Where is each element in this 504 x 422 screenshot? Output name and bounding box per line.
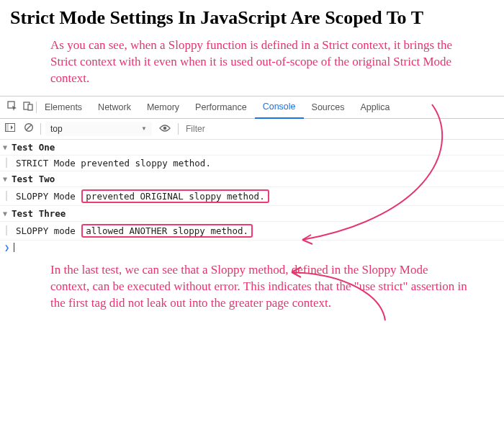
group-label: Test One [12,142,55,153]
indent-bar [6,191,7,201]
context-select[interactable]: top [45,122,152,136]
svg-point-7 [163,127,167,130]
svg-rect-4 [6,124,9,132]
caret-down-icon: ▼ [3,210,10,217]
annotation-bottom: In the last test, we can see that a Slop… [0,255,504,315]
divider [178,123,179,135]
console-log-line: SLOPPY Mode prevented ORIGINAL sloppy me… [0,187,504,206]
tab-sources[interactable]: Sources [304,96,353,118]
group-label: Test Three [12,208,66,219]
console-output: ▼ Test One STRICT Mode prevented sloppy … [0,140,504,255]
chevron-right-icon: ❯ [4,243,9,253]
tab-application[interactable]: Applica [352,96,397,118]
divider [40,123,41,135]
console-log-line: STRICT Mode prevented sloppy method. [0,156,504,171]
console-log-line: SLOPPY mode allowed ANOTHER sloppy metho… [0,222,504,241]
console-group-header[interactable]: ▼ Test One [0,140,504,156]
highlighted-text: allowed ANOTHER sloppy method. [81,224,253,238]
console-group-header[interactable]: ▼ Test Two [0,171,504,187]
tab-elements[interactable]: Elements [37,96,90,118]
devtools-panel: Elements Network Memory Performance Cons… [0,96,504,255]
tab-performance[interactable]: Performance [187,96,255,118]
svg-rect-2 [28,104,32,110]
tab-memory[interactable]: Memory [139,96,187,118]
highlighted-text: prevented ORIGINAL sloppy method. [81,189,269,203]
console-group-header[interactable]: ▼ Test Three [0,206,504,222]
live-expression-icon[interactable] [156,123,174,135]
sidebar-toggle-icon[interactable] [3,123,17,134]
indent-bar [6,225,7,235]
log-text: SLOPPY Mode [16,191,76,202]
filter-input[interactable] [183,122,504,135]
tab-network[interactable]: Network [90,96,139,118]
indent-bar [6,158,7,168]
clear-console-icon[interactable] [22,122,36,135]
text-cursor [14,243,14,252]
console-prompt[interactable]: ❯ [0,241,504,255]
caret-down-icon: ▼ [3,175,10,183]
tab-console[interactable]: Console [255,96,304,119]
caret-down-icon: ▼ [3,143,10,151]
log-text: SLOPPY mode [16,225,76,236]
log-text: STRICT Mode prevented sloppy method. [16,158,211,169]
svg-line-6 [26,125,31,130]
devtools-tabbar: Elements Network Memory Performance Cons… [0,96,504,119]
inspect-icon[interactable] [4,101,20,113]
device-toggle-icon[interactable] [20,101,36,113]
annotation-top: As you can see, when a Sloppy function i… [0,32,504,90]
page-title: Strict Mode Settings In JavaScript Are S… [0,0,504,32]
console-toolbar: top [0,119,504,140]
group-label: Test Two [12,174,55,184]
